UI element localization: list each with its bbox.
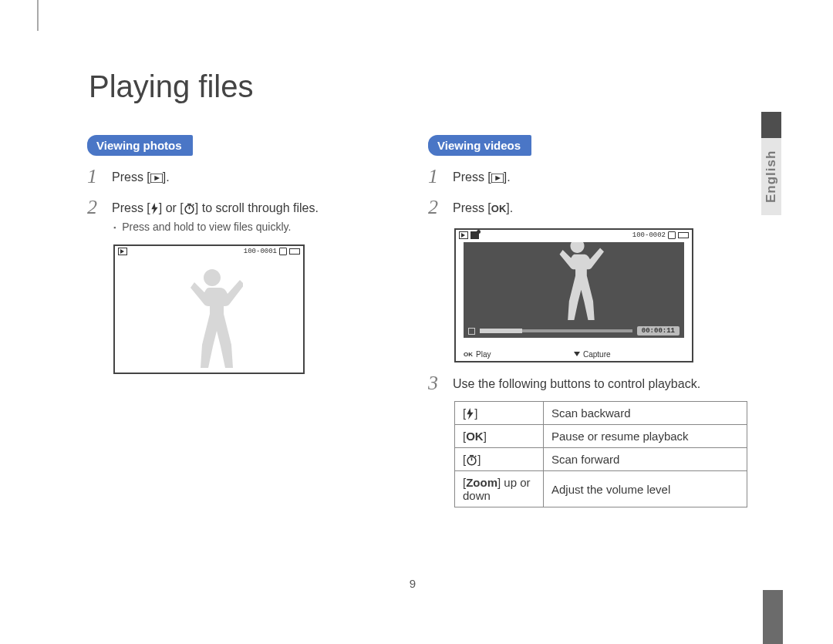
- key-cell: [OK]: [455, 425, 544, 448]
- hint-capture: Capture: [583, 350, 611, 359]
- col-videos: Viewing videos 1 Press []. 2 Press [OK].…: [428, 135, 752, 507]
- text: ].: [506, 201, 513, 214]
- timer-icon: [184, 203, 195, 214]
- file-id: 100-0002: [632, 231, 666, 239]
- progress-bar: 00:00:11: [464, 324, 684, 338]
- text: ] to scroll through files.: [195, 201, 319, 214]
- text: Press [: [112, 201, 150, 214]
- page-number: 9: [410, 577, 416, 590]
- key-cell: [Zoom] up or down: [455, 471, 544, 507]
- videos-step-3: 3 Use the following buttons to control p…: [428, 373, 752, 393]
- col-photos: Viewing photos 1 Press []. 2 Press [] or…: [87, 135, 411, 374]
- desc-cell: Adjust the volume level: [544, 471, 747, 507]
- battery-icon: [289, 248, 300, 255]
- text: Press [: [453, 201, 491, 214]
- table-row: [Zoom] up or down Adjust the volume leve…: [455, 471, 747, 507]
- page: Playing files English Viewing photos 1 P…: [42, 0, 783, 644]
- side-tabs: English: [760, 112, 783, 215]
- photos-step-1: 1 Press [].: [87, 167, 411, 187]
- page-title: Playing files: [89, 69, 253, 104]
- person-silhouette: [181, 265, 243, 373]
- elapsed-time: 00:00:11: [637, 326, 680, 335]
- photo-preview-frame: 100-0001: [113, 244, 305, 374]
- heading-viewing-videos: Viewing videos: [428, 135, 531, 156]
- ok-icon: OK: [466, 430, 484, 443]
- step-number: 2: [87, 197, 101, 217]
- battery-icon: [678, 232, 689, 238]
- videos-step-2: 2 Press [OK].: [428, 197, 752, 217]
- key-cell: []: [455, 448, 544, 471]
- controls-table: [] Scan backward [OK] Pause or resume pl…: [454, 401, 747, 507]
- down-icon: [574, 352, 580, 356]
- text: Press [: [112, 170, 150, 184]
- file-id: 100-0001: [244, 248, 277, 255]
- bottom-tab-marker: [763, 590, 783, 644]
- side-tab-marker: [761, 112, 781, 138]
- playback-icon: [459, 231, 468, 239]
- seek-bar: [480, 329, 632, 332]
- hint-bar: OKPlay Capture: [464, 349, 684, 359]
- video-icon: [470, 231, 479, 239]
- step-number: 1: [428, 167, 442, 187]
- substep: Press and hold to view files quickly.: [112, 220, 319, 234]
- ok-icon: OK: [464, 351, 473, 358]
- photos-step-2: 2 Press [] or [] to scroll through files…: [87, 197, 411, 234]
- table-row: [] Scan forward: [455, 448, 747, 471]
- playback-icon: [150, 174, 163, 183]
- playback-icon: [491, 174, 504, 183]
- step-number: 2: [428, 197, 442, 217]
- table-row: [] Scan backward: [455, 402, 747, 425]
- text: ].: [163, 170, 170, 184]
- video-body: 00:00:11: [464, 242, 684, 338]
- card-icon: [279, 248, 287, 255]
- heading-viewing-photos: Viewing photos: [87, 135, 193, 156]
- card-icon: [668, 231, 676, 239]
- step-number: 3: [428, 373, 442, 393]
- desc-cell: Scan backward: [544, 402, 747, 425]
- language-tab: English: [761, 138, 781, 215]
- text: Use the following buttons to control pla…: [453, 373, 700, 393]
- flash-icon: [150, 203, 159, 214]
- stop-icon: [468, 328, 475, 335]
- text: Press [: [453, 170, 491, 184]
- timer-icon: [466, 454, 477, 466]
- videos-step-1: 1 Press [].: [428, 167, 752, 187]
- video-preview-frame: 100-0002 00:00:11 OKPlay Capture: [454, 228, 693, 362]
- key-cell: []: [455, 402, 544, 425]
- table-row: [OK] Pause or resume playback: [455, 425, 747, 448]
- text: ] or [: [159, 201, 184, 214]
- ok-icon: OK: [491, 203, 507, 214]
- flash-icon: [466, 408, 474, 420]
- step-number: 1: [87, 167, 101, 187]
- person-silhouette: [543, 242, 612, 324]
- hint-play: Play: [476, 350, 491, 359]
- text: ].: [504, 170, 511, 184]
- text: Zoom: [466, 476, 497, 489]
- desc-cell: Pause or resume playback: [544, 425, 747, 448]
- playback-icon: [118, 248, 127, 255]
- text: Press and hold to view files quickly.: [122, 220, 291, 234]
- gutter-rule: [37, 0, 39, 31]
- desc-cell: Scan forward: [544, 448, 747, 471]
